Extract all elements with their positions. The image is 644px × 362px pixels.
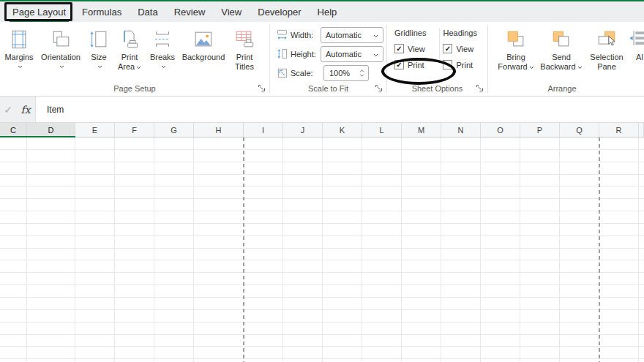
scale-row: Scale:100% [276,65,383,81]
width-value: Automatic [326,31,362,39]
sheet-grid[interactable] [0,137,644,362]
grid-vertical-line [638,137,639,362]
width-row: Width:Automatic [276,27,383,43]
print-titles-icon [233,26,255,53]
page-break-dashed-line [243,137,244,362]
column-header-N[interactable]: N [441,123,481,137]
orientation-icon [49,26,72,53]
headings-print-checkbox[interactable]: Print [443,60,487,69]
page-setup-group-label: Page Setup [113,84,156,93]
excel-window: Page LayoutFormulasDataReviewViewDevelop… [0,0,644,362]
tab-help[interactable]: Help [310,1,345,22]
send-backward-button[interactable]: SendBackward [538,25,585,72]
dialog-launcher-icon[interactable] [476,84,484,92]
column-header-Q[interactable]: Q [560,123,599,137]
gridlines-title: Gridlines [394,29,439,37]
column-header-P[interactable]: P [520,123,560,137]
checkbox-checked-icon[interactable]: ✓ [394,44,404,53]
tab-view[interactable]: View [213,1,250,22]
enter-icon[interactable]: ✓ [0,104,16,116]
column-header-E[interactable]: E [75,123,115,137]
column-header-row: CDEFGHIJKLMNOPQR [0,123,644,137]
column-header-O[interactable]: O [481,123,520,137]
column-header-D[interactable]: D [27,123,75,137]
selection-pane-icon [595,26,618,53]
formula-input[interactable]: Item [35,97,644,122]
checkbox-unchecked-icon[interactable] [443,60,452,69]
chevron-down-icon [96,61,102,71]
column-header-H[interactable]: H [194,123,244,137]
tab-page-layout[interactable]: Page Layout [4,1,74,22]
print-titles-button[interactable]: PrintTitles [228,25,261,72]
gridlines-print-checkbox[interactable]: ✓Print [394,60,439,69]
tab-data[interactable]: Data [130,1,165,22]
tab-formulas[interactable]: Formulas [74,1,130,22]
scale-to-fit-group-label: Scale to Fit [308,84,348,93]
width-dropdown[interactable]: Automatic [321,27,383,43]
size-button[interactable]: Size [85,25,113,69]
grid-vertical-line [559,137,560,362]
ribbon-tab-bar: Page LayoutFormulasDataReviewViewDevelop… [0,0,644,22]
ribbon-group-sheet-options: Gridlines✓View✓PrintHeadings✓ViewPrint S… [387,22,487,96]
bring-forward-button[interactable]: BringForward [494,25,538,72]
column-header-K[interactable]: K [323,123,362,137]
selection-pane-label: SelectionPane [590,53,623,72]
formula-bar: ✓ fx Item [0,97,644,123]
ribbon-group-scale-to-fit: Width:AutomaticHeight:AutomaticScale:100… [270,22,386,96]
sheet-options-group-label: Sheet Options [412,84,463,93]
tab-developer[interactable]: Developer [250,1,309,22]
ribbon-group-arrange: BringForwardSendBackwardSelectionPaneAl … [488,22,644,96]
arrange-group-label: Arrange [547,84,576,93]
selection-pane-button[interactable]: SelectionPane [585,25,629,72]
column-header-L[interactable]: L [362,123,402,137]
chevron-down-icon [576,62,583,71]
checkbox-checked-icon[interactable]: ✓ [394,60,404,69]
column-separator [439,29,440,59]
chevron-down-icon [135,62,141,71]
spinner-arrows-icon[interactable] [359,69,364,77]
print-area-icon [119,26,141,53]
column-header-R[interactable]: R [599,123,639,137]
column-header-I[interactable]: I [244,123,283,137]
background-label: Background [182,53,225,62]
grid-vertical-line [193,137,194,362]
scale-spinner[interactable]: 100% [323,65,369,81]
fx-icon[interactable]: fx [16,104,35,116]
column-header-partial[interactable] [639,123,644,137]
chevron-down-icon [372,31,378,39]
checkbox-label: View [408,45,425,53]
column-header-F[interactable]: F [115,123,154,137]
bring-forward-icon [505,26,527,53]
orientation-button[interactable]: Orientation [37,25,85,69]
align-label: Al [636,53,643,62]
height-dropdown[interactable]: Automatic [321,46,383,62]
ribbon: MarginsOrientationSizePrintAreaBreaksBac… [0,22,644,97]
background-icon [192,26,215,53]
dialog-launcher-icon[interactable] [258,84,266,92]
checkbox-label: Print [456,61,473,69]
print-area-button[interactable]: PrintArea [113,25,146,72]
background-button[interactable]: Background [179,25,228,62]
height-icon [276,48,291,61]
grid-vertical-line [154,137,154,362]
headings-options-column: Headings✓ViewPrint [443,29,487,69]
bring-forward-label: BringForward [498,53,533,72]
align-button[interactable]: Al [629,25,644,62]
chevron-down-icon [58,61,64,71]
checkbox-checked-icon[interactable]: ✓ [443,44,452,53]
print-titles-label: PrintTitles [235,53,254,72]
grid-vertical-line [362,137,362,362]
send-backward-label: SendBackward [540,53,582,72]
column-header-J[interactable]: J [283,123,323,137]
column-header-C[interactable]: C [0,123,27,137]
headings-title: Headings [443,29,487,37]
gridlines-view-checkbox[interactable]: ✓View [394,44,439,53]
margins-button[interactable]: Margins [1,25,37,69]
column-header-G[interactable]: G [154,123,194,137]
breaks-button[interactable]: Breaks [146,25,179,69]
grid-vertical-line [322,137,323,362]
column-header-M[interactable]: M [402,123,441,137]
tab-review[interactable]: Review [166,1,214,22]
headings-view-checkbox[interactable]: ✓View [443,44,487,53]
dialog-launcher-icon[interactable] [375,84,383,92]
